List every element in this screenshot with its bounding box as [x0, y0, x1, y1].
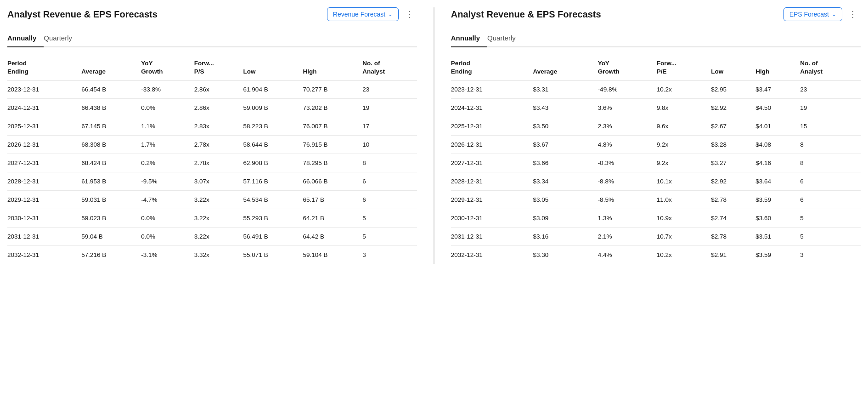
right-col-header-0: Period Ending — [451, 55, 533, 80]
left-col-header-3: Forw... P/S — [194, 55, 243, 80]
right-cell-7-0: 2030-12-31 — [451, 209, 533, 228]
left-cell-3-6: 10 — [362, 136, 417, 154]
left-cell-4-5: 78.295 B — [303, 154, 362, 172]
right-panel-header: Analyst Revenue & EPS Forecasts EPS Fore… — [451, 7, 861, 21]
left-col-header-6: No. of Analyst — [362, 55, 417, 80]
right-col-header-3: Forw... P/E — [657, 55, 711, 80]
left-tabs: Annually Quarterly — [7, 30, 417, 47]
left-cell-2-2: 1.1% — [141, 117, 194, 136]
left-cell-0-5: 70.277 B — [303, 80, 362, 99]
left-cell-8-4: 56.491 B — [243, 228, 303, 246]
right-cell-6-6: 6 — [800, 191, 861, 209]
right-table-row: 2032-12-31$3.304.4%10.2x$2.91$3.593 — [451, 246, 861, 264]
left-cell-4-0: 2027-12-31 — [7, 154, 81, 172]
right-table-row: 2030-12-31$3.091.3%10.9x$2.74$3.605 — [451, 209, 861, 228]
right-dropdown-btn[interactable]: EPS Forecast ⌄ — [783, 7, 842, 21]
left-cell-9-0: 2032-12-31 — [7, 246, 81, 264]
left-cell-2-3: 2.83x — [194, 117, 243, 136]
left-cell-0-2: -33.8% — [141, 80, 194, 99]
panels-container: Analyst Revenue & EPS Forecasts Revenue … — [7, 7, 861, 264]
left-table-row: 2024-12-3166.438 B0.0%2.86x59.009 B73.20… — [7, 99, 417, 117]
left-more-btn[interactable]: ⋮ — [402, 7, 417, 21]
right-panel-title: Analyst Revenue & EPS Forecasts — [451, 9, 601, 20]
left-cell-8-2: 0.0% — [141, 228, 194, 246]
right-cell-6-5: $3.59 — [755, 191, 800, 209]
right-cell-8-1: $3.16 — [533, 228, 598, 246]
left-cell-4-2: 0.2% — [141, 154, 194, 172]
left-cell-9-6: 3 — [362, 246, 417, 264]
left-dropdown-label: Revenue Forecast — [333, 11, 385, 18]
right-cell-7-3: 10.9x — [657, 209, 711, 228]
right-tab-annually[interactable]: Annually — [451, 30, 487, 47]
right-cell-8-6: 5 — [800, 228, 861, 246]
right-dropdown-label: EPS Forecast — [789, 11, 829, 18]
right-table-row: 2025-12-31$3.502.3%9.6x$2.67$4.0115 — [451, 117, 861, 136]
right-chevron-icon: ⌄ — [832, 11, 836, 17]
left-table-row: 2023-12-3166.454 B-33.8%2.86x61.904 B70.… — [7, 80, 417, 99]
right-col-header-5: High — [755, 55, 800, 80]
left-cell-1-3: 2.86x — [194, 99, 243, 117]
left-cell-1-0: 2024-12-31 — [7, 99, 81, 117]
left-cell-0-4: 61.904 B — [243, 80, 303, 99]
right-table-row: 2027-12-31$3.66-0.3%9.2x$3.27$4.168 — [451, 154, 861, 172]
left-cell-8-5: 64.42 B — [303, 228, 362, 246]
right-tab-quarterly[interactable]: Quarterly — [487, 30, 523, 47]
right-cell-5-0: 2028-12-31 — [451, 172, 533, 191]
left-table-header-row: Period EndingAverageYoY GrowthForw... P/… — [7, 55, 417, 80]
left-col-header-0: Period Ending — [7, 55, 81, 80]
left-cell-2-6: 17 — [362, 117, 417, 136]
left-tab-quarterly[interactable]: Quarterly — [44, 30, 79, 47]
right-cell-1-1: $3.43 — [533, 99, 598, 117]
right-cell-6-3: 11.0x — [657, 191, 711, 209]
left-cell-9-3: 3.32x — [194, 246, 243, 264]
left-cell-4-3: 2.78x — [194, 154, 243, 172]
right-cell-5-3: 10.1x — [657, 172, 711, 191]
left-col-header-5: High — [303, 55, 362, 80]
right-table-row: 2028-12-31$3.34-8.8%10.1x$2.92$3.646 — [451, 172, 861, 191]
left-dropdown-btn[interactable]: Revenue Forecast ⌄ — [327, 7, 399, 21]
left-tab-annually[interactable]: Annually — [7, 30, 44, 47]
left-cell-3-1: 68.308 B — [81, 136, 141, 154]
right-cell-9-2: 4.4% — [598, 246, 657, 264]
left-cell-3-4: 58.644 B — [243, 136, 303, 154]
right-cell-0-0: 2023-12-31 — [451, 80, 533, 99]
right-cell-8-2: 2.1% — [598, 228, 657, 246]
right-cell-8-4: $2.78 — [711, 228, 755, 246]
right-more-btn[interactable]: ⋮ — [846, 7, 861, 21]
left-cell-0-0: 2023-12-31 — [7, 80, 81, 99]
right-cell-1-6: 19 — [800, 99, 861, 117]
left-cell-6-0: 2029-12-31 — [7, 191, 81, 209]
right-table-row: 2031-12-31$3.162.1%10.7x$2.78$3.515 — [451, 228, 861, 246]
right-cell-2-6: 15 — [800, 117, 861, 136]
right-cell-2-3: 9.6x — [657, 117, 711, 136]
left-cell-5-0: 2028-12-31 — [7, 172, 81, 191]
left-cell-1-4: 59.009 B — [243, 99, 303, 117]
right-cell-3-4: $3.28 — [711, 136, 755, 154]
right-table-row: 2024-12-31$3.433.6%9.8x$2.92$4.5019 — [451, 99, 861, 117]
left-header-right: Revenue Forecast ⌄ ⋮ — [327, 7, 417, 21]
right-col-header-4: Low — [711, 55, 755, 80]
right-cell-6-4: $2.78 — [711, 191, 755, 209]
right-col-header-6: No. of Analyst — [800, 55, 861, 80]
left-cell-5-4: 57.116 B — [243, 172, 303, 191]
right-cell-8-5: $3.51 — [755, 228, 800, 246]
left-chevron-icon: ⌄ — [388, 11, 393, 17]
right-cell-4-3: 9.2x — [657, 154, 711, 172]
right-col-header-2: YoY Growth — [598, 55, 657, 80]
left-cell-4-1: 68.424 B — [81, 154, 141, 172]
left-cell-3-3: 2.78x — [194, 136, 243, 154]
right-col-header-1: Average — [533, 55, 598, 80]
left-col-header-1: Average — [81, 55, 141, 80]
left-cell-1-1: 66.438 B — [81, 99, 141, 117]
left-panel-header: Analyst Revenue & EPS Forecasts Revenue … — [7, 7, 417, 21]
left-cell-7-0: 2030-12-31 — [7, 209, 81, 228]
left-cell-7-5: 64.21 B — [303, 209, 362, 228]
left-cell-6-4: 54.534 B — [243, 191, 303, 209]
left-cell-5-6: 6 — [362, 172, 417, 191]
left-cell-6-6: 6 — [362, 191, 417, 209]
left-cell-7-1: 59.023 B — [81, 209, 141, 228]
left-cell-2-4: 58.223 B — [243, 117, 303, 136]
left-cell-3-2: 1.7% — [141, 136, 194, 154]
left-cell-3-5: 76.915 B — [303, 136, 362, 154]
left-table-row: 2030-12-3159.023 B0.0%3.22x55.293 B64.21… — [7, 209, 417, 228]
